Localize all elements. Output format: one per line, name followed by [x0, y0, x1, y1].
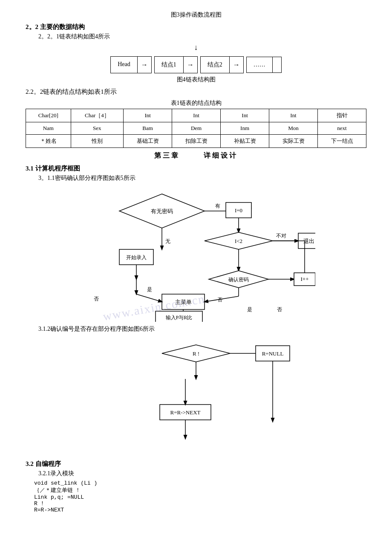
flowchart2-svg: R ! R=NULL R=R->NEXT [94, 336, 298, 456]
section-3-2-title: 3.2 自编程序 [26, 460, 366, 468]
chapter3-title: 第三章 详细设计 [26, 151, 366, 160]
td-next: next [318, 122, 366, 135]
table1-caption: 表1链表的结点结构 [26, 99, 366, 107]
svg-text:是: 是 [247, 306, 252, 312]
code-line-7: R=R->NEXT [34, 507, 366, 513]
th-int2: Int [172, 109, 221, 122]
td-sex: Sex [71, 122, 124, 135]
section-3-1-1: 3。1.1密码确认部分程序图如表5所示 [38, 174, 366, 182]
node2: 结点2 → [200, 56, 244, 73]
fig4-caption: 图4链表结构图 [26, 76, 366, 84]
table-row-2: Nam Sex Bam Dem Inm Mon next [26, 122, 366, 135]
th-int1: Int [124, 109, 172, 122]
code-line-1: void set_link (Li ) [34, 480, 366, 486]
code-line-4: R ! [34, 500, 366, 507]
svg-text:有无密码: 有无密码 [151, 208, 173, 214]
svg-text:主菜单: 主菜单 [175, 299, 192, 305]
td-butiengongzi: 补贴工资 [221, 135, 269, 148]
th-char20: Char[20] [26, 109, 71, 122]
svg-text:是: 是 [147, 286, 152, 292]
td-xingbie: 性别 [71, 135, 124, 148]
node1: 结点1 → [154, 56, 198, 73]
svg-text:R    !: R ! [193, 350, 199, 357]
td-jichugongzi: 基础工资 [124, 135, 172, 148]
table1: Char[20] Char［4］ Int Int Int Int 指针 Nam … [26, 109, 366, 148]
svg-text:确认密码: 确认密码 [228, 277, 249, 283]
svg-text:I<2: I<2 [235, 238, 242, 244]
fig3-caption: 图3操作函数流程图 [26, 11, 366, 19]
svg-text:退出: 退出 [303, 238, 314, 244]
flowchart1-container: 有无密码 有 是 无 I=0 I<2 不对 退出 [26, 185, 366, 322]
flowchart1-svg: 有无密码 有 是 无 I=0 I<2 不对 退出 [77, 185, 315, 322]
th-ptr: 指针 [318, 109, 366, 122]
table-row-3: ＊姓名 性别 基础工资 扣除工资 补贴工资 实际工资 下一结点 [26, 135, 366, 148]
svg-text:否: 否 [277, 306, 282, 312]
code-line-2: ｛／＊建立单链 ! [34, 486, 366, 494]
svg-text:R=NULL: R=NULL [262, 350, 284, 357]
top-arrow: ↓ [26, 43, 366, 52]
section-3-1-title: 3.1 计算机程序框图 [26, 165, 366, 173]
svg-line-35 [136, 294, 162, 302]
section-2-2-title: 2。2 主要的数据结构 [26, 23, 366, 31]
page-content: www.aixin.com.cn 图3操作函数流程图 2。2 主要的数据结构 2… [26, 11, 366, 513]
th-int3: Int [221, 109, 269, 122]
td-xingming: ＊姓名 [26, 135, 71, 148]
head-ptr: → [138, 57, 151, 73]
svg-text:I++: I++ [301, 276, 309, 282]
svg-text:I=0: I=0 [235, 207, 242, 214]
td-kouchugongzi: 扣除工资 [172, 135, 221, 148]
svg-text:无: 无 [165, 238, 170, 244]
ellipsis-ptr [273, 57, 281, 72]
linked-list-diagram: Head → 结点1 → 结点2 → …… [26, 56, 366, 73]
node2-ptr: → [230, 57, 243, 73]
node1-label: 结点1 [155, 57, 184, 73]
chapter3-subtitle: 详细设计 [204, 152, 238, 159]
td-shijiGongzi: 实际工资 [269, 135, 318, 148]
td-inm: Inm [221, 122, 269, 135]
head-label: Head [111, 57, 138, 73]
section-3-2-1: 3.2.1录入模块 [38, 470, 366, 477]
section-3-1-2: 3.1.2确认编号是否存在部分程序图如图6所示 [38, 325, 366, 333]
td-nam: Nam [26, 122, 71, 135]
svg-text:输入P与R比: 输入P与R比 [166, 315, 193, 321]
svg-text:R=R->NEXT: R=R->NEXT [170, 409, 201, 416]
node2-label: 结点2 [201, 57, 230, 73]
flowchart2-container: R ! R=NULL R=R->NEXT [26, 336, 366, 456]
node1-ptr: → [184, 57, 197, 73]
table-row-header: Char[20] Char［4］ Int Int Int Int 指针 [26, 109, 366, 122]
head-node: Head → [110, 56, 152, 73]
svg-text:不对: 不对 [276, 233, 286, 239]
td-dem: Dem [172, 122, 221, 135]
svg-text:否: 否 [94, 296, 99, 302]
th-char4: Char［4］ [71, 109, 124, 122]
section-2-2-1: 2。2。1链表结构如图4所示 [38, 33, 366, 40]
chapter3-label: 第三章 [154, 152, 180, 159]
td-xiayijiedian: 下一结点 [318, 135, 366, 148]
section-2-2-2: 2.2。2链表的结点结构如表1所示 [26, 88, 366, 96]
svg-text:开始录入: 开始录入 [126, 254, 147, 260]
code-line-3: Link p,q; =NULL [34, 494, 366, 500]
td-mon: Mon [269, 122, 318, 135]
svg-text:有: 有 [215, 203, 220, 209]
th-int4: Int [269, 109, 318, 122]
code-block: void set_link (Li ) ｛／＊建立单链 ! Link p,q; … [34, 480, 366, 513]
ellipsis-node: …… [246, 57, 282, 73]
ellipsis-label: …… [247, 57, 273, 72]
td-bam: Bam [124, 122, 172, 135]
